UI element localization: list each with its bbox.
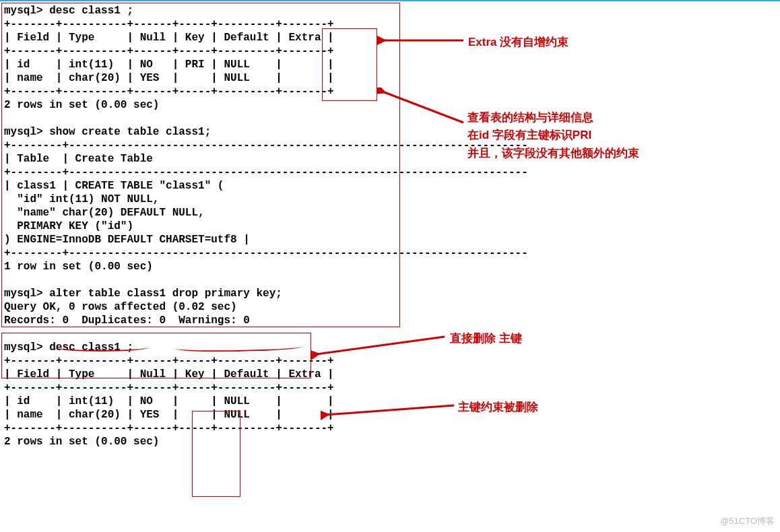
top-border (0, 0, 780, 1)
annotation-extra: Extra 没有自增约束 (468, 34, 568, 51)
annotation-structure: 查看表的结构与详细信息 在id 字段有主键标识PRI 并且，该字段没有其他额外的… (467, 109, 639, 162)
watermark: @51CTO博客 (720, 514, 775, 528)
annotation-removed: 主键约束被删除 (458, 399, 538, 416)
terminal-output: mysql> desc class1 ; +-------+----------… (4, 4, 528, 448)
annotation-drop: 直接删除 主键 (450, 330, 522, 347)
